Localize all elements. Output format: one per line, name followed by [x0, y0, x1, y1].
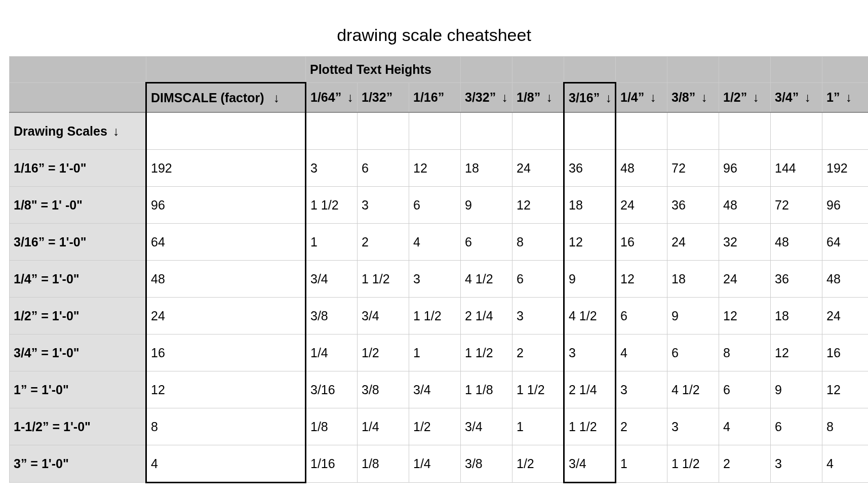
table-row: 1/4” = 1'-0"483/41 1/234 1/2691218243648	[10, 261, 869, 298]
cell-value: 16	[822, 334, 868, 371]
cell-dimscale: 192	[146, 150, 306, 187]
cell-value: 6	[358, 150, 409, 187]
cell-value: 2	[512, 334, 564, 371]
row-label: 1/8" = 1' -0"	[10, 187, 146, 224]
cell-spacer	[822, 112, 868, 150]
table-row: 3/4” = 1'-0"161/41/211 1/2234681216	[10, 334, 869, 371]
cell-value: 3/4	[409, 371, 461, 408]
cell-value: 12	[771, 334, 822, 371]
cell-spacer	[667, 112, 719, 150]
cell-value: 32	[719, 224, 771, 261]
cell-value: 1	[512, 408, 564, 445]
cell-value: 4	[822, 445, 868, 483]
scale-table: Plotted Text Heights DIMSCALE (factor) ↓…	[9, 56, 868, 483]
cell-value: 18	[771, 298, 822, 334]
cell-value: 48	[771, 224, 822, 261]
cell-value: 6	[719, 371, 771, 408]
col-header-1-4: 1/4” ↓	[616, 83, 667, 113]
cell-spacer	[719, 112, 771, 150]
row-axis-label: Drawing Scales ↓	[10, 112, 146, 150]
table-row: 3” = 1'-0"41/161/81/43/81/23/411 1/2234	[10, 445, 869, 483]
cell-value: 1/2	[512, 445, 564, 483]
cell-value: 24	[719, 261, 771, 298]
cell-value: 9	[771, 371, 822, 408]
row-axis-header: Drawing Scales ↓	[10, 112, 869, 150]
cell-value: 6	[512, 261, 564, 298]
cell-value: 3	[564, 334, 616, 371]
cell-value: 6	[461, 224, 512, 261]
cell-value: 3/8	[358, 371, 409, 408]
cell-value: 4	[616, 334, 667, 371]
cell-value: 16	[616, 224, 667, 261]
cell-value: 6	[771, 408, 822, 445]
cell-value: 2	[616, 408, 667, 445]
cell-dimscale: 16	[146, 334, 306, 371]
col-header-1-32: 1/32”	[358, 83, 409, 113]
cell-value: 18	[667, 261, 719, 298]
cell-value: 3/4	[358, 298, 409, 334]
row-label: 1/2” = 1'-0"	[10, 298, 146, 334]
row-label: 3/16” = 1'-0"	[10, 224, 146, 261]
table-row: 1/16” = 1'-0"1923612182436487296144192	[10, 150, 869, 187]
cell-value: 1 1/2	[461, 334, 512, 371]
cell-value: 1 1/2	[667, 445, 719, 483]
cell-value: 4 1/2	[564, 298, 616, 334]
cell-dimscale: 48	[146, 261, 306, 298]
cell-value: 36	[564, 150, 616, 187]
cell-value: 4 1/2	[461, 261, 512, 298]
cell-value: 72	[771, 187, 822, 224]
cell-value: 3	[306, 150, 358, 187]
col-group-plotted-text-heights: Plotted Text Heights	[306, 57, 461, 83]
table-row: 1” = 1'-0"123/163/83/41 1/81 1/22 1/434 …	[10, 371, 869, 408]
cell-spacer	[771, 112, 822, 150]
cell-value: 4 1/2	[667, 371, 719, 408]
cell-spacer	[358, 112, 409, 150]
cell-value: 36	[667, 187, 719, 224]
cell-value: 1/4	[306, 334, 358, 371]
cell-value: 2	[719, 445, 771, 483]
table-row: 1-1/2” = 1'-0"81/81/41/23/411 1/223468	[10, 408, 869, 445]
col-header-3-8: 3/8” ↓	[667, 83, 719, 113]
cell-dimscale: 4	[146, 445, 306, 483]
table-row: 1/8" = 1' -0"961 1/236912182436487296	[10, 187, 869, 224]
cell-value: 18	[461, 150, 512, 187]
cell-value: 3/4	[461, 408, 512, 445]
cell-value: 3	[512, 298, 564, 334]
cell-dimscale-spacer	[146, 112, 306, 150]
cell-value: 24	[512, 150, 564, 187]
cell-value: 36	[771, 261, 822, 298]
cell-value: 12	[512, 187, 564, 224]
row-label: 3/4” = 1'-0"	[10, 334, 146, 371]
cell-value: 64	[822, 224, 868, 261]
cell-dimscale: 64	[146, 224, 306, 261]
cell-value: 3/8	[306, 298, 358, 334]
cell-dimscale: 8	[146, 408, 306, 445]
page-title: drawing scale cheatsheet	[9, 25, 859, 45]
cell-value: 24	[822, 298, 868, 334]
cell-dimscale: 24	[146, 298, 306, 334]
cell-value: 8	[719, 334, 771, 371]
cell-value: 9	[667, 298, 719, 334]
col-header-1-8: 1/8” ↓	[512, 83, 564, 113]
cell-value: 1	[306, 224, 358, 261]
cell-value: 1 1/2	[306, 187, 358, 224]
cell-value: 1	[409, 334, 461, 371]
cell-spacer	[512, 112, 564, 150]
cell-value: 18	[564, 187, 616, 224]
cell-value: 1 1/2	[564, 408, 616, 445]
cell-value: 2	[358, 224, 409, 261]
col-header-3-32: 3/32” ↓	[461, 83, 512, 113]
cell-value: 1/4	[358, 408, 409, 445]
cell-value: 1/2	[358, 334, 409, 371]
cell-value: 192	[822, 150, 868, 187]
col-header-3-16: 3/16” ↓	[564, 83, 616, 113]
col-header-3-4: 3/4” ↓	[771, 83, 822, 113]
cell-spacer	[564, 112, 616, 150]
cell-value: 3/4	[306, 261, 358, 298]
cell-value: 2 1/4	[461, 298, 512, 334]
col-header-dimscale: DIMSCALE (factor) ↓	[146, 83, 306, 113]
cell-value: 3	[358, 187, 409, 224]
cell-value: 8	[822, 408, 868, 445]
cell-value: 3	[771, 445, 822, 483]
cell-value: 6	[409, 187, 461, 224]
